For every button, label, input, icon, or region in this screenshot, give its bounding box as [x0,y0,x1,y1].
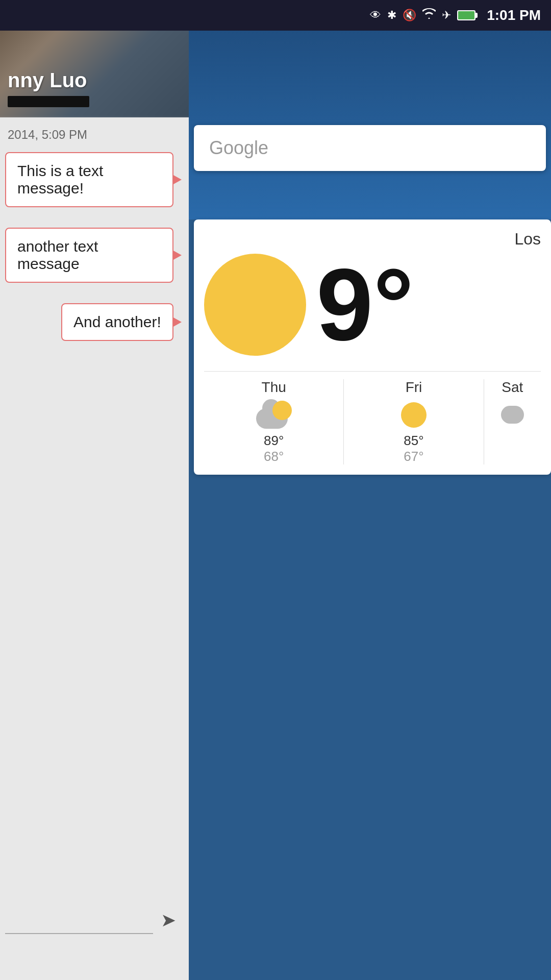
message-input[interactable] [5,906,153,934]
status-icons: 👁 ✱ 🔇 ✈ 1:01 PM [370,7,541,23]
bluetooth-icon: ✱ [387,9,396,22]
forecast-sat-label: Sat [502,379,523,396]
fri-high: 85° [404,433,423,449]
cloud-icon-sat [501,406,524,424]
date-stamp: 2014, 5:09 PM [5,128,184,142]
sun-icon-fri [401,402,427,428]
forecast-fri-icon [396,401,432,429]
home-panel: Google Los 9° Thu 89° 68° [189,0,551,980]
forecast-sat: Sat [484,379,541,464]
forecast-thu-label: Thu [262,379,286,396]
message-bubble-1: This is a text message! [5,152,173,207]
thu-high: 89° [264,433,284,449]
weather-city: Los [204,230,541,249]
forecast-thu: Thu 89° 68° [204,379,344,464]
current-temperature: 9° [316,254,414,356]
thu-low: 68° [264,449,284,464]
forecast-fri-label: Fri [406,379,422,396]
send-button[interactable]: ➤ [153,906,184,934]
sun-icon-thu [272,401,292,420]
forecast-fri-temps: 85° 67° [404,433,423,464]
message-bubble-2: another text message [5,228,173,283]
status-bar: 👁 ✱ 🔇 ✈ 1:01 PM [0,0,551,31]
google-search-bar[interactable]: Google [194,125,546,171]
wifi-icon [422,8,436,22]
weather-widget: Los 9° Thu 89° 68° F [194,219,551,475]
contact-number [8,96,89,107]
forecast-fri: Fri 85° 67° [344,379,484,464]
battery-icon [457,10,475,20]
contact-name: nny Luo [8,69,181,92]
google-search-placeholder: Google [209,137,268,159]
sms-panel: nny Luo 2014, 5:09 PM This is a text mes… [0,0,189,980]
weather-sun-icon [204,254,306,356]
fri-low: 67° [404,449,423,464]
send-area: ➤ [0,901,189,939]
forecast-thu-icon [256,401,292,429]
mute-icon: 🔇 [403,9,416,22]
eye-icon: 👁 [370,9,381,22]
messages-area: 2014, 5:09 PM This is a text message! an… [0,117,189,372]
weather-main: 9° [204,254,541,356]
airplane-icon: ✈ [442,9,451,22]
message-bubble-3: And another! [61,303,173,341]
forecast-thu-temps: 89° 68° [264,433,284,464]
time-display: 1:01 PM [487,7,541,23]
forecast-row: Thu 89° 68° Fri 85° 67° [204,371,541,464]
home-top-area: Google [189,0,551,219]
